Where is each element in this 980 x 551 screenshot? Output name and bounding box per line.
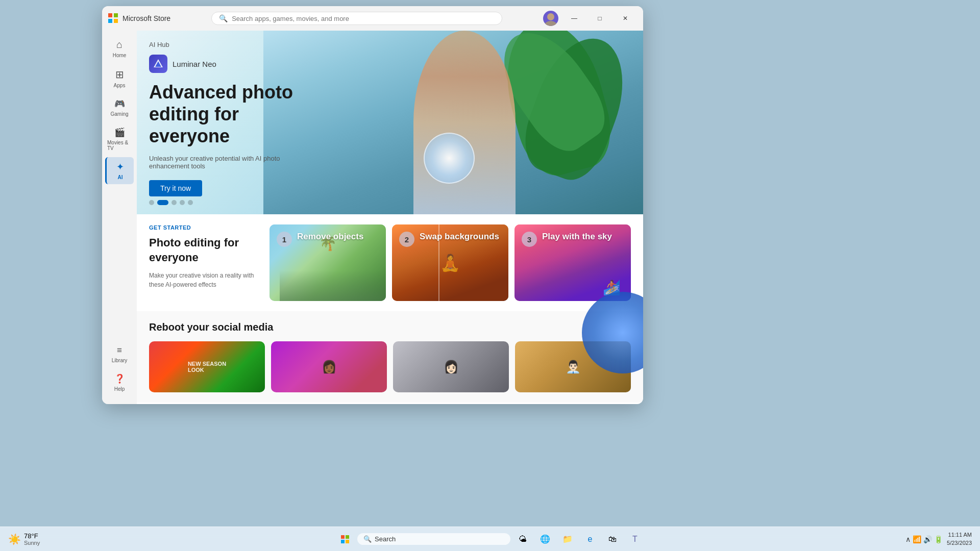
home-icon: ⌂ — [116, 39, 122, 51]
features-desc: Make your creative vision a reality with… — [149, 271, 261, 289]
reboot-cards: NEW SEASONLOOK 👩🏾 👩🏻 — [149, 341, 631, 392]
hero-ai-hub-label: AI Hub — [149, 41, 323, 48]
close-button[interactable]: ✕ — [614, 10, 637, 27]
feature-card-2-overlay: 2 Swap backgrounds — [392, 224, 508, 301]
taskbar-icon-edge[interactable]: 🌐 — [535, 529, 555, 549]
sidebar-bottom: ≡ Library ❓ Help — [105, 341, 134, 400]
taskbar-icon-teams[interactable]: T — [625, 529, 645, 549]
feature-card-remove-objects[interactable]: 🌴 1 Remove objects — [270, 224, 386, 301]
taskbar-left: ☀️ 78°F Sunny — [0, 532, 40, 546]
hero-dot-4[interactable] — [180, 200, 185, 205]
app-body: ⌂ Home ⊞ Apps 🎮 Gaming 🎬 Movies & TV ✦ A… — [102, 31, 643, 404]
weather-widget: ☀️ 78°F Sunny — [8, 532, 40, 546]
hero-app-row: Luminar Neo — [149, 55, 323, 73]
features-grid: GET STARTED Photo editing for everyone M… — [149, 224, 631, 301]
main-content: AI Hub Luminar Neo Advanced photo editin… — [137, 31, 643, 404]
feature-label-2: Swap backgrounds — [420, 232, 499, 242]
sidebar-item-library[interactable]: ≡ Library — [105, 341, 134, 367]
taskbar-icon-widgets[interactable]: 🌤 — [512, 529, 533, 549]
hero-dot-5[interactable] — [188, 200, 193, 205]
taskbar-search-icon: 🔍 — [363, 535, 372, 543]
help-icon: ❓ — [114, 373, 125, 384]
tray-arrow[interactable]: ∧ — [905, 535, 911, 543]
sidebar-label-movies: Movies & TV — [107, 140, 132, 151]
reboot-title: Reboot your social media — [149, 321, 631, 333]
feature-card-3-overlay: 3 Play with the sky — [514, 224, 631, 301]
sidebar-label-home: Home — [113, 53, 127, 58]
app-logo: Microsoft Store — [108, 13, 170, 23]
network-icon: 📶 — [913, 535, 921, 543]
sidebar-item-apps[interactable]: ⊞ Apps — [105, 64, 134, 92]
feature-card-swap-backgrounds[interactable]: 🧘 2 Swap backgrounds — [392, 224, 508, 301]
hero-dots — [149, 200, 193, 205]
hero-title: Advanced photo editing for everyone — [149, 81, 323, 147]
feature-cards: 🌴 1 Remove objects — [270, 224, 631, 301]
minimize-button[interactable]: — — [562, 10, 586, 27]
start-button[interactable] — [335, 529, 355, 549]
search-icon: 🔍 — [219, 14, 228, 22]
feature-card-1-overlay: 1 Remove objects — [270, 224, 386, 301]
avatar[interactable] — [543, 11, 558, 26]
sidebar-label-ai: AI — [118, 174, 123, 180]
clock[interactable]: 11:11 AM 5/23/2023 — [947, 531, 972, 547]
taskbar-icon-edge2[interactable]: e — [580, 529, 600, 549]
sidebar-label-help: Help — [114, 386, 125, 392]
hero-banner: AI Hub Luminar Neo Advanced photo editin… — [137, 31, 643, 214]
hero-dot-1[interactable] — [149, 200, 154, 205]
sidebar-item-ai[interactable]: ✦ AI — [105, 157, 134, 184]
search-input[interactable] — [232, 15, 495, 22]
title-search-bar[interactable]: 🔍 — [211, 12, 502, 25]
hero-cta-button[interactable]: Try it now — [149, 180, 202, 196]
volume-icon[interactable]: 🔊 — [923, 535, 932, 543]
svg-point-0 — [547, 13, 554, 20]
feature-num-3: 3 — [522, 232, 537, 247]
ai-icon: ✦ — [116, 161, 124, 172]
sidebar-label-library: Library — [112, 358, 128, 363]
microsoft-logo-icon — [108, 13, 118, 23]
reboot-section: Reboot your social media NEW SEASONLOOK … — [137, 311, 643, 403]
time-display: 11:11 AM — [947, 531, 972, 539]
sidebar: ⌂ Home ⊞ Apps 🎮 Gaming 🎬 Movies & TV ✦ A… — [102, 31, 137, 404]
hero-dot-3[interactable] — [172, 200, 177, 205]
title-bar: Microsoft Store 🔍 — □ ✕ — [102, 6, 643, 31]
app-title: Microsoft Store — [122, 14, 170, 22]
taskbar: ☀️ 78°F Sunny 🔍 Search 🌤 🌐 📁 e 🛍 T — [0, 527, 980, 551]
taskbar-icon-store[interactable]: 🛍 — [602, 529, 623, 549]
features-title: Photo editing for everyone — [149, 236, 261, 265]
hero-dot-2[interactable] — [157, 200, 168, 205]
feature-card-play-sky[interactable]: 🏄 3 Play with the sky — [514, 224, 631, 301]
weather-desc: Sunny — [24, 540, 40, 546]
features-section: GET STARTED Photo editing for everyone M… — [137, 214, 643, 311]
reboot-card-1[interactable]: NEW SEASONLOOK — [149, 341, 265, 392]
taskbar-icon-explorer[interactable]: 📁 — [557, 529, 578, 549]
sidebar-label-gaming: Gaming — [110, 111, 128, 117]
feature-label-3: Play with the sky — [542, 232, 612, 242]
maximize-button[interactable]: □ — [588, 10, 611, 27]
features-text: GET STARTED Photo editing for everyone M… — [149, 224, 261, 289]
get-started-label: GET STARTED — [149, 224, 261, 231]
app-icon — [149, 55, 167, 73]
apps-icon: ⊞ — [115, 68, 124, 81]
window-controls: — □ ✕ — [562, 10, 637, 27]
weather-temp: 78°F — [24, 532, 40, 540]
sidebar-item-home[interactable]: ⌂ Home — [105, 35, 134, 62]
library-icon: ≡ — [117, 345, 122, 356]
reboot-card-2[interactable]: 👩🏾 — [271, 341, 387, 392]
weather-icon: ☀️ — [8, 533, 21, 545]
taskbar-search[interactable]: 🔍 Search — [357, 533, 510, 545]
taskbar-right: ∧ 📶 🔊 🔋 11:11 AM 5/23/2023 — [905, 531, 980, 547]
movies-icon: 🎬 — [114, 127, 125, 138]
sidebar-item-gaming[interactable]: 🎮 Gaming — [105, 94, 134, 121]
svg-rect-7 — [346, 540, 349, 543]
taskbar-center: 🔍 Search 🌤 🌐 📁 e 🛍 T — [335, 529, 645, 549]
sidebar-item-movies[interactable]: 🎬 Movies & TV — [105, 123, 134, 155]
sidebar-item-help[interactable]: ❓ Help — [105, 369, 134, 396]
hero-subtitle: Unleash your creative potential with AI … — [149, 155, 292, 170]
hero-content: AI Hub Luminar Neo Advanced photo editin… — [149, 41, 323, 196]
app-window: Microsoft Store 🔍 — □ ✕ ⌂ Home ⊞ Apps — [102, 6, 643, 404]
battery-icon: 🔋 — [934, 535, 943, 543]
feature-num-2: 2 — [399, 232, 414, 247]
date-display: 5/23/2023 — [947, 539, 972, 547]
taskbar-search-text: Search — [375, 535, 396, 543]
reboot-card-3[interactable]: 👩🏻 — [393, 341, 509, 392]
